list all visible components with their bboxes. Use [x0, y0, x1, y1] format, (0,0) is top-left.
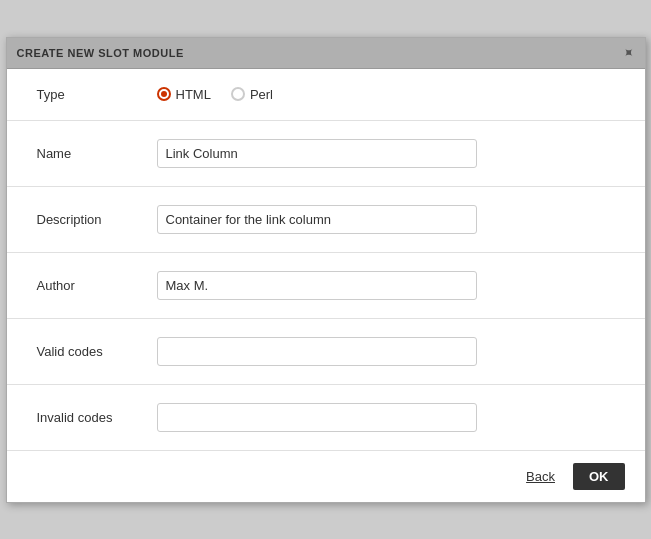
pin-icon[interactable]: ✦ [619, 43, 639, 63]
invalid-codes-control-area [157, 403, 615, 432]
author-control-area [157, 271, 615, 300]
description-label: Description [37, 212, 157, 227]
description-row: Description [7, 187, 645, 253]
invalid-codes-row: Invalid codes [7, 385, 645, 451]
ok-button[interactable]: OK [573, 463, 625, 490]
dialog-header: CREATE NEW SLOT MODULE ✦ [7, 38, 645, 69]
valid-codes-input[interactable] [157, 337, 477, 366]
name-input[interactable] [157, 139, 477, 168]
description-control-area [157, 205, 615, 234]
dialog-footer: Back OK [7, 451, 645, 502]
author-label: Author [37, 278, 157, 293]
dialog-body: Type HTML Perl Name [7, 69, 645, 451]
perl-radio[interactable] [231, 87, 245, 101]
create-slot-module-dialog: CREATE NEW SLOT MODULE ✦ Type HTML Perl [6, 37, 646, 503]
type-row: Type HTML Perl [7, 69, 645, 121]
html-radio-label: HTML [176, 87, 211, 102]
invalid-codes-input[interactable] [157, 403, 477, 432]
dialog-title: CREATE NEW SLOT MODULE [17, 47, 184, 59]
type-radio-group: HTML Perl [157, 87, 615, 102]
valid-codes-row: Valid codes [7, 319, 645, 385]
perl-radio-option[interactable]: Perl [231, 87, 273, 102]
type-label: Type [37, 87, 157, 102]
perl-radio-label: Perl [250, 87, 273, 102]
type-controls: HTML Perl [157, 87, 615, 102]
name-control-area [157, 139, 615, 168]
valid-codes-label: Valid codes [37, 344, 157, 359]
author-input[interactable] [157, 271, 477, 300]
invalid-codes-label: Invalid codes [37, 410, 157, 425]
html-radio-option[interactable]: HTML [157, 87, 211, 102]
description-input[interactable] [157, 205, 477, 234]
html-radio[interactable] [157, 87, 171, 101]
author-row: Author [7, 253, 645, 319]
name-label: Name [37, 146, 157, 161]
valid-codes-control-area [157, 337, 615, 366]
back-button[interactable]: Back [520, 465, 561, 488]
name-row: Name [7, 121, 645, 187]
